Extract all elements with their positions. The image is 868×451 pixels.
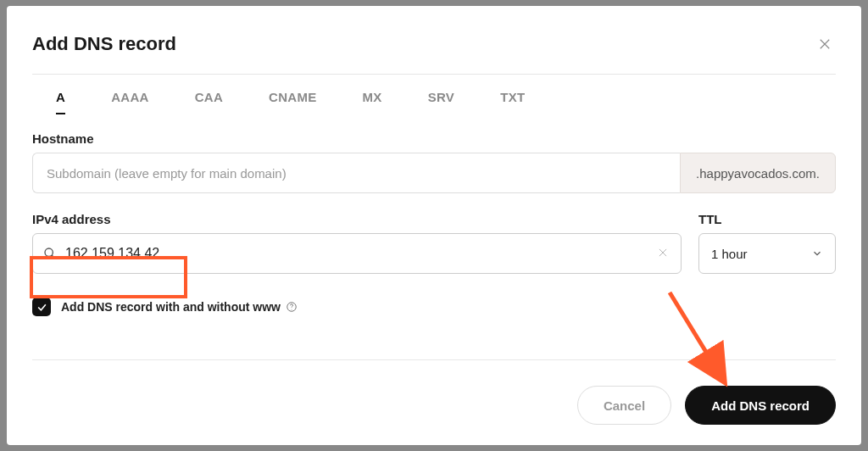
ip-ttl-row: IPv4 address TTL 1 hour <box>32 212 836 274</box>
ipv4-input[interactable] <box>57 246 655 261</box>
ipv4-label: IPv4 address <box>32 212 682 226</box>
svg-point-0 <box>45 248 53 256</box>
ipv4-input-wrapper <box>32 233 682 274</box>
tab-caa[interactable]: CAA <box>195 90 223 114</box>
x-icon <box>657 247 669 259</box>
help-icon[interactable] <box>286 301 298 313</box>
search-icon <box>43 247 57 260</box>
www-checkbox-text: Add DNS record with and without www <box>61 300 281 314</box>
ttl-select[interactable]: 1 hour <box>698 233 836 274</box>
check-icon <box>36 302 47 313</box>
close-icon <box>817 36 832 52</box>
record-type-tabs: A AAAA CAA CNAME MX SRV TXT <box>32 75 836 114</box>
tab-srv[interactable]: SRV <box>428 90 454 114</box>
domain-suffix: .happyavocados.com. <box>680 153 836 193</box>
ttl-label: TTL <box>698 212 836 226</box>
add-dns-record-modal: Add DNS record A AAAA CAA CNAME MX SRV T… <box>7 6 861 445</box>
hostname-input-group: .happyavocados.com. <box>32 153 836 193</box>
hostname-input[interactable] <box>32 153 680 193</box>
ttl-value: 1 hour <box>711 247 748 261</box>
cancel-button[interactable]: Cancel <box>577 386 671 425</box>
chevron-down-icon <box>811 248 823 259</box>
clear-ipv4-button[interactable] <box>655 245 670 263</box>
www-checkbox-row: Add DNS record with and without www <box>32 298 836 316</box>
www-checkbox-label: Add DNS record with and without www <box>61 300 298 314</box>
modal-title: Add DNS record <box>32 33 176 55</box>
www-checkbox[interactable] <box>32 298 51 316</box>
svg-point-2 <box>292 309 292 310</box>
modal-footer: Cancel Add DNS record <box>32 359 836 425</box>
submit-button[interactable]: Add DNS record <box>685 386 836 425</box>
ttl-field: TTL 1 hour <box>698 212 836 274</box>
ipv4-field: IPv4 address <box>32 212 682 274</box>
tab-txt[interactable]: TXT <box>500 90 525 114</box>
tab-cname[interactable]: CNAME <box>269 90 317 114</box>
hostname-field: Hostname .happyavocados.com. <box>32 131 836 193</box>
hostname-label: Hostname <box>32 131 836 146</box>
tab-mx[interactable]: MX <box>363 90 382 114</box>
modal-header: Add DNS record <box>32 33 836 57</box>
close-button[interactable] <box>814 33 836 57</box>
tab-aaaa[interactable]: AAAA <box>111 90 149 114</box>
tab-a[interactable]: A <box>56 90 65 114</box>
